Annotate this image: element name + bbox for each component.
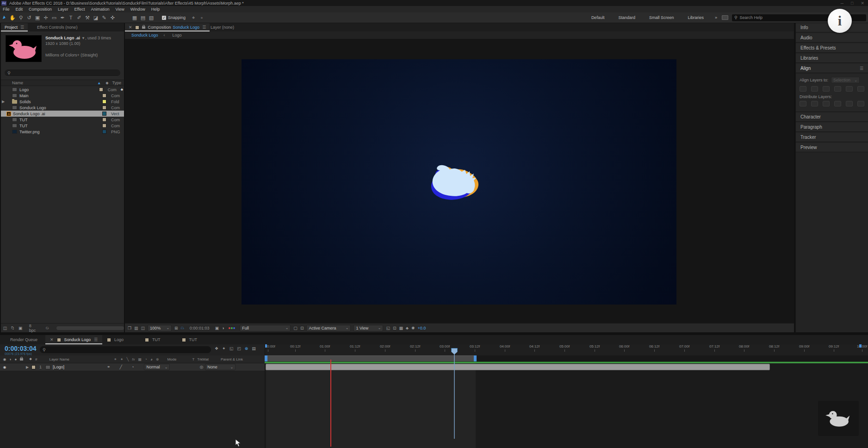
sort-ascending-icon[interactable]: ▲ (97, 81, 101, 85)
trash-icon[interactable]: ♲ (43, 326, 51, 330)
layer-parent-dropdown[interactable]: None ⌄ (205, 364, 236, 370)
workspace-bar-icon[interactable] (722, 15, 728, 20)
motion-blur-icon[interactable]: ⊕ (245, 346, 248, 351)
close-tab-icon[interactable]: ✕ (129, 25, 132, 30)
close-tab-icon[interactable]: ✕ (50, 337, 54, 342)
clone-stamp-tool[interactable]: ⚒ (83, 14, 92, 21)
menu-composition[interactable]: Composition (29, 7, 52, 12)
project-row-tut-1[interactable]: TUT Com (1, 117, 124, 123)
mask-visibility-icon[interactable]: ◫ (141, 326, 145, 330)
menu-file[interactable]: File (3, 7, 10, 12)
snap-option-icon[interactable]: ⌖ (189, 14, 198, 21)
graph-editor-icon[interactable]: ▤ (252, 346, 256, 351)
tab-project[interactable]: Project ☰ (1, 23, 28, 31)
composition-mini-flowchart-icon[interactable]: ❖ (215, 346, 218, 351)
close-button[interactable]: ✕ (861, 1, 864, 6)
playhead-line[interactable] (454, 351, 455, 439)
puppet-pin-tool[interactable]: ✜ (108, 14, 117, 21)
selection-tool[interactable] (0, 14, 8, 21)
project-row-twitter-png[interactable]: Twitter.png PNG (1, 129, 124, 135)
grid-guides-icon[interactable]: ⊞ (174, 326, 178, 330)
draft-3d-icon[interactable]: ✦ (222, 346, 226, 351)
menu-window[interactable]: Window (130, 7, 145, 12)
transparency-grid-icon[interactable]: ⊡ (300, 326, 304, 330)
layer-quality-icon[interactable]: ╱ (120, 365, 122, 369)
workspace-libraries[interactable]: Libraries (688, 15, 704, 20)
panel-libraries[interactable]: Libraries (796, 54, 868, 63)
menu-help[interactable]: Help (151, 7, 160, 12)
interpret-footage-icon[interactable]: ◫ (1, 326, 9, 330)
timeline-button-icon[interactable]: ▩ (399, 326, 403, 330)
label-swatch[interactable] (102, 124, 106, 128)
frame-blending-icon[interactable]: ◰ (237, 346, 241, 351)
shape-tool[interactable]: ▭ (50, 14, 58, 21)
exposure-reset-icon[interactable]: ✺ (411, 326, 415, 330)
layer-name[interactable]: [Logo] (53, 365, 64, 369)
align-target-dropdown[interactable]: Selection ⌄ (831, 77, 860, 83)
workspace-default[interactable]: Default (591, 15, 605, 20)
horizontal-scrollbar[interactable] (56, 326, 124, 330)
panel-audio[interactable]: Audio (796, 33, 868, 43)
project-row-solids[interactable]: ▶ Solids Fold (1, 99, 124, 105)
maximize-button[interactable]: □ (851, 1, 853, 6)
tab-timeline-sonduck-logo[interactable]: ✕ Sonduck Logo ☰ (45, 335, 102, 344)
zoom-dropdown[interactable]: 100% ⌄ (148, 325, 172, 331)
composition-canvas[interactable] (242, 59, 676, 305)
layer-blend-mode-dropdown[interactable]: Normal ⌄ (144, 364, 170, 370)
project-row-sonduck-logo-ai-selected[interactable]: A Sonduck Logo .ai Vect (1, 111, 124, 117)
snapping-checkbox[interactable]: ✓ (162, 16, 166, 20)
panel-menu-icon[interactable]: ☰ (94, 337, 98, 342)
panel-paragraph[interactable]: Paragraph (796, 123, 868, 132)
layer-label-swatch[interactable] (31, 365, 36, 369)
column-mode[interactable]: Mode (167, 357, 176, 361)
panel-character[interactable]: Character (796, 112, 868, 122)
hand-tool[interactable]: ✋ (8, 14, 17, 21)
label-swatch[interactable] (102, 100, 106, 104)
column-type[interactable]: Type (112, 81, 121, 85)
tab-layer[interactable]: Layer (none) (211, 25, 234, 30)
layer-motion-blur-icon[interactable]: ◔ (131, 365, 134, 369)
snapshot-icon[interactable]: ▣ (215, 326, 219, 330)
panel-tracker[interactable]: Tracker (796, 133, 868, 142)
viewer-subtab-back-icon[interactable]: ‹ (164, 33, 165, 37)
column-layer-name[interactable]: Layer Name (49, 357, 69, 361)
lock-icon[interactable] (142, 26, 145, 29)
panel-effects-presets[interactable]: Effects & Presets (796, 44, 868, 53)
fast-previews-icon[interactable]: ⊡ (393, 326, 397, 330)
viewer-subtab-logo[interactable]: Logo (173, 33, 182, 37)
column-number[interactable]: # (35, 357, 37, 361)
menu-layer[interactable]: Layer (58, 7, 68, 12)
viewer-timecode[interactable]: 0:00:01:03 (190, 326, 210, 330)
info-overlay-circle[interactable]: i (828, 9, 852, 33)
project-row-sonduck-logo[interactable]: Sonduck Logo Com (1, 105, 124, 111)
menu-view[interactable]: View (115, 7, 124, 12)
menu-animation[interactable]: Animation (91, 7, 109, 12)
roto-brush-tool[interactable]: ✎ (100, 14, 108, 21)
zoom-tool[interactable]: ⚲ (17, 14, 25, 21)
always-preview-icon[interactable]: ❐ (128, 326, 131, 330)
bit-depth-button[interactable]: 8 bpc (29, 324, 39, 333)
panel-preview[interactable]: Preview (796, 143, 868, 152)
project-search-box[interactable]: ⚲ (5, 69, 120, 77)
minimize-button[interactable]: ─ (841, 1, 843, 6)
tab-timeline-tut-1[interactable]: TUT (145, 337, 161, 342)
project-row-tut-2[interactable]: TUT Com (1, 123, 124, 129)
mask-outline-icon[interactable]: ⏢ (181, 325, 184, 330)
camera-dropdown[interactable]: Active Camera ⌄ (306, 325, 351, 331)
tab-render-queue[interactable]: Render Queue (10, 337, 37, 342)
work-area-end-handle[interactable] (474, 355, 477, 361)
panel-align-header[interactable]: Align ☰ (796, 64, 868, 73)
current-timecode[interactable]: 0:00:03:04 (5, 345, 37, 352)
panel-menu-icon[interactable]: ☰ (202, 25, 206, 30)
exposure-value[interactable]: +0.0 (417, 326, 426, 330)
layer-shy-icon[interactable]: ⚭ (107, 365, 111, 369)
view-layout-dropdown[interactable]: 1 View ⌄ (353, 325, 383, 331)
label-swatch[interactable] (102, 93, 106, 98)
viewer-subtab-sonduck[interactable]: Sonduck Logo (131, 33, 158, 37)
workspace-small-screen[interactable]: Small Screen (649, 15, 674, 20)
column-parent-link[interactable]: Parent & Link (221, 357, 243, 361)
channel-rgb-icon[interactable] (229, 327, 235, 329)
region-of-interest-icon[interactable]: ▢ (293, 326, 298, 330)
parent-pickwhip-icon[interactable]: ◎ (199, 365, 203, 369)
label-column-icon[interactable]: ⬥ (105, 81, 108, 86)
